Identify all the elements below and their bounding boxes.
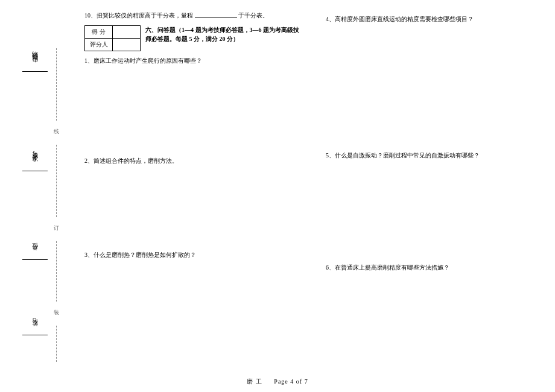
fill-question-10: 10、扭簧比较仪的精度高于千分表，量程 于千分表。 — [84, 11, 302, 21]
binding-label: 姓名 — [31, 327, 39, 331]
binding-label: 申报级别 — [31, 60, 39, 68]
question-1: 1、磨床工作运动时产生爬行的原因有哪些？ — [84, 56, 302, 66]
question-6: 6、在普通床上提高磨削精度有哪些方法措施？ — [326, 263, 543, 273]
fill-line — [22, 171, 48, 171]
binding-knot-2: 订 — [52, 224, 60, 232]
score-grader-cell[interactable] — [113, 39, 141, 51]
binding-dash — [56, 326, 57, 362]
column-right: 4、高精度外圆磨床直线运动的精度需要检查哪些项目？ 5、什么是自激振动？磨削过程… — [326, 11, 543, 364]
fill-line — [22, 71, 48, 72]
footer-page: Page 4 of 7 — [274, 378, 308, 385]
footer-subject: 磨 工 — [247, 378, 262, 385]
binding-label: 单位 — [31, 252, 39, 256]
fill-q10-prefix: 10、扭簧比较仪的精度高于千分表，量程 — [84, 12, 193, 19]
fill-line — [22, 259, 48, 260]
binding-dash — [56, 241, 57, 302]
binding-field-level: 申报级别 — [18, 60, 51, 72]
question-4: 4、高精度外圆磨床直线运动的精度需要检查哪些项目？ — [326, 14, 543, 24]
binding-field-unit: 单位 — [18, 250, 51, 260]
page-content: 10、扭簧比较仪的精度高于千分表，量程 于千分表。 得 分 评分人 六、问答题（… — [84, 11, 543, 364]
binding-field-name: 姓名 — [18, 326, 51, 335]
fill-line — [22, 335, 48, 335]
score-label-score: 得 分 — [85, 26, 113, 39]
binding-knot-3: 装 — [52, 309, 60, 317]
binding-margin: 线 订 装 申报级别 准考证号 单位 姓名 — [18, 24, 72, 362]
section-6-title: 六、问答题（1—4 题为考技师必答题，3—6 题为考高级技师必答题。每题 5 分… — [145, 25, 302, 43]
score-label-grader: 评分人 — [85, 39, 113, 51]
question-5: 5、什么是自激振动？磨削过程中常见的自激振动有哪些？ — [326, 151, 543, 160]
question-3: 3、什么是磨削热？磨削热是如何扩散的？ — [84, 250, 302, 260]
binding-field-exam-no: 准考证号 — [18, 160, 51, 171]
column-left: 10、扭簧比较仪的精度高于千分表，量程 于千分表。 得 分 评分人 六、问答题（… — [84, 11, 302, 364]
binding-knot-1: 线 — [52, 128, 60, 136]
page-footer: 磨 工 Page 4 of 7 — [0, 378, 555, 386]
fill-q10-suffix: 于千分表。 — [238, 12, 268, 19]
binding-dash — [56, 145, 57, 217]
binding-dash — [56, 48, 57, 121]
score-value-cell[interactable] — [113, 26, 141, 39]
question-2: 2、简述组合件的特点，磨削方法。 — [84, 156, 302, 166]
binding-label: 准考证号 — [31, 160, 39, 167]
fill-blank[interactable] — [195, 12, 237, 17]
score-table: 得 分 评分人 — [84, 25, 141, 51]
